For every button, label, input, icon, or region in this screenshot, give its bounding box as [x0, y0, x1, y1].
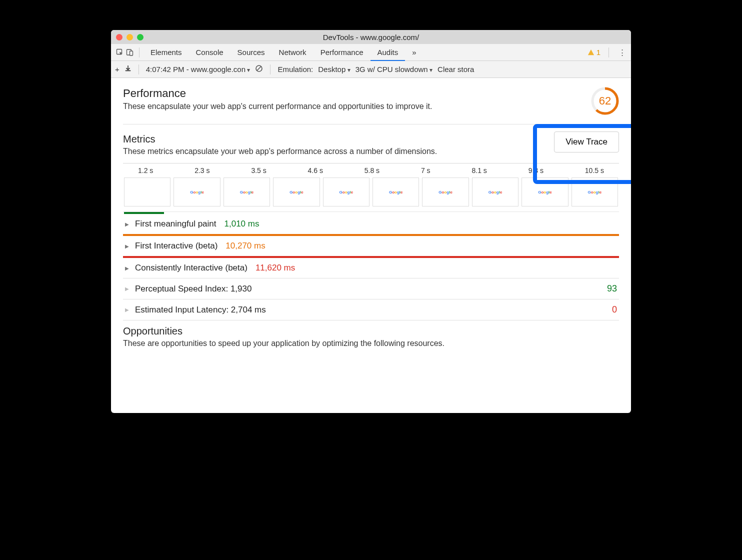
titlebar: DevTools - www.google.com/	[111, 30, 631, 44]
tab-overflow[interactable]: »	[405, 44, 423, 60]
throttle-select[interactable]: 3G w/ CPU slowdown	[356, 65, 432, 74]
disclosure-triangle-icon: ▶	[125, 266, 131, 271]
tick: 1.2 s	[138, 166, 153, 174]
clear-storage-button[interactable]: Clear stora	[438, 65, 474, 74]
filmstrip-frame[interactable]: Google	[323, 178, 370, 206]
warning-count: 1	[596, 48, 600, 56]
opportunities-subtitle: These are opportunities to speed up your…	[123, 339, 619, 348]
warning-badge[interactable]: 1	[588, 48, 600, 56]
metric-score: 93	[607, 284, 617, 294]
tick: 8.1 s	[472, 166, 486, 174]
filmstrip-frame[interactable]: Google	[472, 178, 518, 206]
metrics-list: ▶ First meaningful paint 1,010 ms ▶ Firs…	[123, 212, 619, 320]
tab-network[interactable]: Network	[272, 44, 314, 60]
tab-console[interactable]: Console	[189, 44, 230, 60]
tick: 7 s	[421, 166, 430, 174]
close-icon[interactable]	[116, 34, 122, 40]
devtools-tabs: Elements Console Sources Network Perform…	[111, 44, 631, 61]
opportunities-section: Opportunities These are opportunities to…	[123, 320, 619, 348]
inspect-element-icon[interactable]	[115, 48, 125, 58]
tab-performance[interactable]: Performance	[314, 44, 370, 60]
opportunities-title: Opportunities	[123, 326, 619, 337]
disclosure-triangle-icon: ▶	[125, 244, 131, 249]
download-report-button[interactable]	[124, 65, 132, 74]
metric-label: Estimated Input Latency: 2,704 ms	[135, 305, 266, 315]
audit-report: Performance These encapsulate your web a…	[111, 78, 631, 413]
tick: 4.6 s	[308, 166, 323, 174]
tick: 10.5 s	[585, 166, 604, 174]
filmstrip-frame[interactable]: Google	[224, 178, 270, 206]
performance-subtitle: These encapsulate your web app's current…	[123, 102, 432, 111]
devtools-window: DevTools - www.google.com/ Elements Cons…	[111, 30, 631, 413]
timeline-ticks: 1.2 s 2.3 s 3.5 s 4.6 s 5.8 s 7 s 8.1 s …	[123, 164, 619, 176]
filmstrip-timeline: 1.2 s 2.3 s 3.5 s 4.6 s 5.8 s 7 s 8.1 s …	[123, 163, 619, 212]
metric-row-first-interactive[interactable]: ▶ First Interactive (beta) 10,270 ms	[123, 236, 619, 256]
metric-value: 10,270 ms	[226, 241, 265, 251]
device-select[interactable]: Desktop	[318, 65, 350, 74]
traffic-lights	[111, 34, 144, 40]
tick: 5.8 s	[364, 166, 380, 174]
metric-value: 1,010 ms	[224, 219, 260, 229]
filmstrip-frame[interactable]: Google	[273, 178, 320, 206]
maximize-icon[interactable]	[137, 34, 144, 40]
tab-audits[interactable]: Audits	[370, 44, 406, 61]
tick: 9.3 s	[528, 166, 544, 174]
performance-section-header: Performance These encapsulate your web a…	[123, 87, 619, 124]
minimize-icon[interactable]	[126, 34, 133, 40]
filmstrip-frame[interactable]: Google	[522, 178, 568, 206]
tick: 3.5 s	[251, 166, 266, 174]
metric-label: Consistently Interactive (beta)	[135, 263, 248, 273]
kebab-menu-icon[interactable]: ⋮	[617, 48, 627, 58]
metric-row-fmp[interactable]: ▶ First meaningful paint 1,010 ms	[123, 214, 619, 234]
device-toolbar-icon[interactable]	[125, 48, 135, 58]
window-title: DevTools - www.google.com/	[111, 33, 631, 42]
performance-score-ring: 62	[591, 87, 619, 115]
performance-score: 62	[591, 87, 619, 115]
view-trace-button[interactable]: View Trace	[554, 132, 619, 152]
filmstrip-frame[interactable]: Google	[572, 178, 618, 206]
tab-sources[interactable]: Sources	[230, 44, 272, 60]
audits-toolbar: + 4:07:42 PM - www.google.con Emulation:…	[111, 61, 631, 78]
metric-label: Perceptual Speed Index: 1,930	[135, 284, 252, 294]
svg-rect-2	[130, 51, 133, 56]
metric-row-eil[interactable]: ▶ Estimated Input Latency: 2,704 ms 0	[123, 300, 619, 320]
metric-value: 11,620 ms	[256, 263, 295, 273]
metric-row-psi[interactable]: ▶ Perceptual Speed Index: 1,930 93	[123, 278, 619, 299]
clear-icon[interactable]	[255, 64, 263, 74]
disclosure-triangle-icon: ▶	[125, 307, 131, 312]
filmstrip-frame[interactable]	[124, 178, 170, 206]
tick: 2.3 s	[194, 166, 210, 174]
filmstrip-thumbs: Google Google Google Google Google Googl…	[123, 176, 619, 212]
disclosure-triangle-icon: ▶	[125, 222, 131, 227]
metric-score: 0	[612, 304, 617, 315]
filmstrip-frame[interactable]: Google	[174, 178, 220, 206]
disclosure-triangle-icon: ▶	[125, 286, 131, 292]
filmstrip-frame[interactable]: Google	[422, 178, 468, 206]
metrics-header: Metrics These metrics encapsulate your w…	[123, 124, 619, 156]
metric-row-consistently-interactive[interactable]: ▶ Consistently Interactive (beta) 11,620…	[123, 258, 619, 278]
tab-elements[interactable]: Elements	[144, 44, 189, 60]
metrics-subtitle: These metrics encapsulate your web app's…	[123, 147, 437, 156]
performance-title: Performance	[123, 87, 432, 100]
emulation-label: Emulation:	[278, 65, 313, 74]
metric-label: First meaningful paint	[135, 219, 216, 229]
metric-label: First Interactive (beta)	[135, 241, 218, 251]
filmstrip-frame[interactable]: Google	[372, 178, 419, 206]
report-select[interactable]: 4:07:42 PM - www.google.con	[146, 65, 250, 74]
new-audit-button[interactable]: +	[115, 65, 120, 74]
metrics-title: Metrics	[123, 134, 437, 145]
